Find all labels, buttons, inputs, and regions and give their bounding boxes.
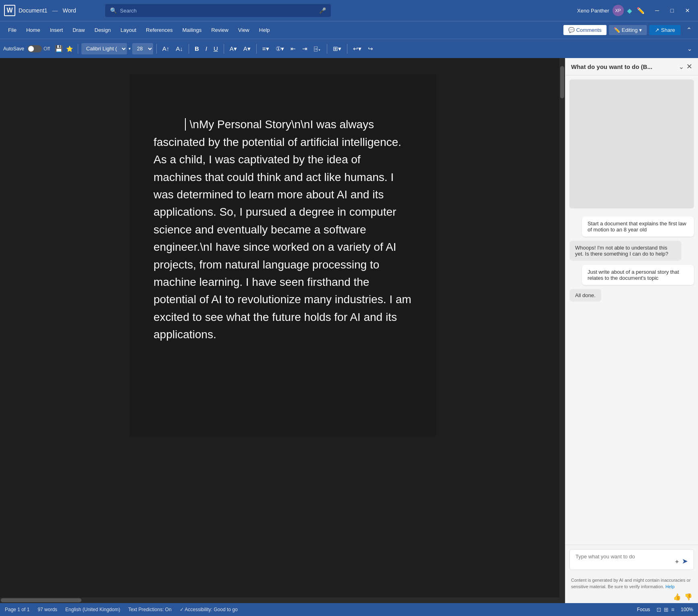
format-icon[interactable]: ⭐ (66, 46, 73, 52)
share-icon: ↗ (655, 27, 659, 33)
vertical-scrollbar[interactable] (559, 58, 565, 603)
autosave-toggle[interactable] (27, 45, 42, 52)
cursor (185, 118, 189, 131)
language[interactable]: English (United Kingdom) (65, 607, 120, 612)
right-buttons: 💬 Comments ✏️ Editing ▾ ↗ Share ⌃ (563, 25, 695, 35)
magic-wand-button[interactable]: ✦ (674, 558, 679, 566)
decrease-font-button[interactable]: A↓ (173, 43, 185, 54)
menu-help[interactable]: Help (254, 25, 275, 35)
search-icon: 🔍 (110, 7, 117, 14)
read-view-icon[interactable]: ≡ (671, 606, 674, 613)
doc-content: \nMy Personal Story\n\nI was always fasc… (154, 98, 411, 361)
zoom-level[interactable]: 100% (681, 607, 693, 612)
side-panel: What do you want to do (B... ⌄ ✕ Start a… (565, 58, 698, 603)
menu-review[interactable]: Review (206, 25, 233, 35)
share-button[interactable]: ↗ Share (649, 25, 681, 35)
menu-layout[interactable]: Layout (116, 25, 141, 35)
focus-button[interactable]: Focus (637, 607, 650, 612)
panel-title: What do you want to do (B... (571, 63, 676, 70)
toolbar-divider-7 (347, 44, 347, 54)
user-message-1: Start a document that explains the first… (582, 216, 694, 237)
outdent-button[interactable]: ⇤ (288, 43, 298, 54)
toolbar-divider-3 (189, 44, 189, 54)
chevron-down-icon: ▾ (639, 27, 642, 33)
menu-insert[interactable]: Insert (45, 25, 68, 35)
thumbs-area: 👍 👎 (565, 593, 698, 603)
chat-textarea[interactable] (575, 554, 672, 566)
page-info[interactable]: Page 1 of 1 (5, 607, 29, 612)
user-message-2: Just write about of a personal story tha… (582, 265, 694, 285)
h-scrollbar-thumb[interactable] (1, 598, 81, 602)
side-panel-header: What do you want to do (B... ⌄ ✕ (565, 58, 698, 75)
highlight-button[interactable]: A▾ (227, 43, 239, 54)
menu-design[interactable]: Design (90, 25, 116, 35)
menu-bar: File Home Insert Draw Design Layout Refe… (0, 21, 698, 39)
styles-button[interactable]: ⍈▾ (312, 43, 324, 54)
comment-icon: 💬 (568, 27, 575, 33)
search-input[interactable] (120, 8, 316, 14)
chat-area: Start a document that explains the first… (565, 75, 698, 545)
toggle-knob (28, 46, 34, 52)
statusbar-right: Focus ⊡ ⊞ ≡ 100% (637, 606, 693, 613)
chat-input-area: ✦ ➤ (565, 545, 698, 574)
close-button[interactable]: ✕ (681, 7, 694, 14)
comments-button[interactable]: 💬 Comments (563, 25, 607, 35)
toggle-off-label: Off (44, 46, 50, 52)
chat-input-box[interactable]: ✦ ➤ (569, 549, 694, 570)
toolbar-divider-4 (224, 44, 224, 54)
indent-button[interactable]: ⇥ (300, 43, 310, 54)
web-view-icon[interactable]: ⊞ (664, 606, 669, 613)
editing-button[interactable]: ✏️ Editing ▾ (609, 25, 647, 35)
numbering-button[interactable]: ①▾ (273, 43, 287, 54)
menu-draw[interactable]: Draw (68, 25, 89, 35)
thumbs-up-button[interactable]: 👍 (673, 593, 681, 601)
italic-button[interactable]: I (203, 43, 210, 54)
increase-font-button[interactable]: A↑ (160, 43, 172, 54)
status-bar: Page 1 of 1 97 words English (United Kin… (0, 603, 698, 616)
panel-collapse-button[interactable]: ⌄ (679, 63, 684, 71)
menu-home[interactable]: Home (21, 25, 45, 35)
word-count[interactable]: 97 words (37, 607, 57, 612)
doc-title: Document1 (19, 7, 48, 14)
menu-references[interactable]: References (141, 25, 177, 35)
minimize-button[interactable]: ─ (651, 7, 663, 14)
underline-button[interactable]: U (211, 43, 220, 54)
avatar: XP (613, 5, 624, 16)
undo-button[interactable]: ↩▾ (351, 43, 364, 54)
user-area: Xeno Panther XP ◆ ✏️ ─ □ ✕ (577, 5, 694, 16)
expand-ribbon-button[interactable]: ⌄ (685, 43, 695, 54)
thumbs-down-button[interactable]: 👎 (684, 593, 692, 601)
toolbar: AutoSave Off 💾 ⭐ Calibri Light ( ▾ 28 A↑… (0, 39, 698, 58)
print-view-icon[interactable]: ⊡ (656, 606, 661, 613)
horizontal-scrollbar[interactable] (0, 597, 559, 603)
title-bar: W Document1 — Word 🔍 🎤 Xeno Panther XP ◆… (0, 0, 698, 21)
accessibility[interactable]: ✓ Accessibility: Good to go (180, 607, 238, 612)
bullets-button[interactable]: ≡▾ (260, 43, 272, 54)
font-size-selector[interactable]: 28 (132, 43, 153, 54)
menu-mailings[interactable]: Mailings (178, 25, 207, 35)
menu-file[interactable]: File (3, 25, 21, 35)
search-box[interactable]: 🔍 🎤 (105, 4, 331, 17)
text-predictions[interactable]: Text Predictions: On (128, 607, 171, 612)
bold-button[interactable]: B (192, 43, 202, 54)
toolbar-divider-1 (78, 44, 78, 54)
font-family-selector[interactable]: Calibri Light ( (81, 43, 127, 54)
table-button[interactable]: ⊞▾ (330, 43, 344, 54)
word-icon: W (4, 5, 15, 16)
help-link[interactable]: Help (665, 584, 675, 589)
document-page[interactable]: \nMy Personal Story\n\nI was always fasc… (129, 74, 436, 437)
doc-scroll: \nMy Personal Story\n\nI was always fasc… (0, 58, 565, 603)
font-color-button[interactable]: A▾ (241, 43, 253, 54)
document-area[interactable]: \nMy Personal Story\n\nI was always fasc… (0, 58, 565, 603)
maximize-button[interactable]: □ (667, 7, 678, 14)
save-icon[interactable]: 💾 (55, 45, 63, 52)
panel-close-button[interactable]: ✕ (686, 62, 692, 71)
ribbon-toggle-button[interactable]: ⌃ (683, 25, 695, 35)
edit-icon: ✏️ (614, 27, 620, 33)
redo-button[interactable]: ↪ (366, 43, 376, 54)
view-icons: ⊡ ⊞ ≡ (656, 606, 674, 613)
chevron-font-icon: ▾ (129, 46, 131, 51)
send-button[interactable]: ➤ (682, 557, 688, 566)
menu-view[interactable]: View (233, 25, 254, 35)
scrollbar-thumb[interactable] (560, 66, 564, 98)
